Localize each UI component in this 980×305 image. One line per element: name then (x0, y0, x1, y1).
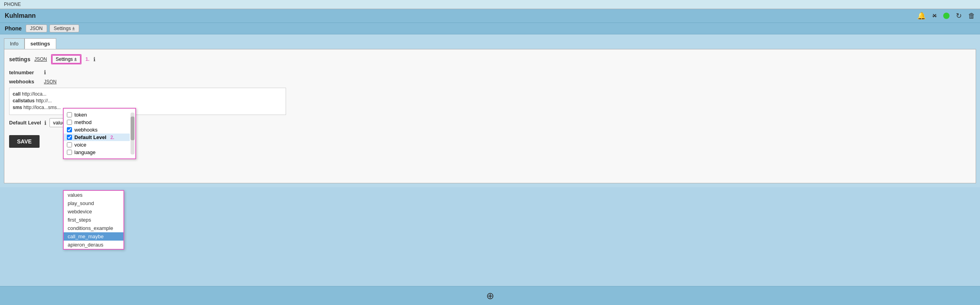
header-icons: 🔔 ✕ ↻ 🗑 (917, 11, 975, 20)
checkbox-dropdown: token method webhooks Default Level 2. (63, 108, 136, 159)
webhook-row-sms: sms http://loca...sms... (13, 105, 282, 110)
default-level-info-icon[interactable]: ℹ (44, 120, 46, 126)
checkbox-webhooks-input[interactable] (67, 127, 72, 132)
status-dot (943, 13, 950, 19)
refresh-icon[interactable]: ↻ (956, 11, 962, 20)
telnumber-row: telnumber ℹ (9, 69, 971, 75)
x-icon[interactable]: ✕ (932, 13, 937, 19)
main-content: Info settings settings JSON Settings ± 1… (0, 34, 980, 187)
callout-1: 1. (85, 56, 89, 62)
add-button[interactable]: ⊕ (486, 290, 494, 301)
dropdown-first-steps[interactable]: first_steps (64, 216, 123, 224)
header-title: Kuhlmann (5, 12, 36, 19)
telnumber-label: telnumber (9, 70, 41, 75)
checkbox-webhooks[interactable]: webhooks (64, 126, 130, 134)
dropdown-apieron-deraus[interactable]: apieron_deraus (64, 241, 123, 249)
checkbox-token-label: token (74, 112, 87, 118)
dropdown-call-me-maybe[interactable]: call_me_maybe (64, 232, 123, 241)
tab-settings-inner[interactable]: settings (25, 38, 56, 49)
checkbox-method-label: method (74, 119, 91, 125)
telnumber-info-icon[interactable]: ℹ (44, 69, 46, 75)
checkbox-language[interactable]: language (64, 149, 130, 156)
values-dropdown: values play_sound webdevice first_steps … (63, 190, 124, 250)
header-bar: Kuhlmann 🔔 ✕ ↻ 🗑 (0, 9, 980, 23)
title-bar: PHONE (0, 0, 980, 9)
save-button[interactable]: SAVE (9, 135, 40, 148)
tab-json[interactable]: JSON (26, 24, 47, 32)
checkbox-webhooks-label: webhooks (74, 127, 98, 133)
settings-info-icon[interactable]: ℹ (93, 56, 95, 62)
settings-dropdown-button[interactable]: Settings ± (52, 55, 81, 64)
tab-bar: Phone JSON Settings ± (0, 23, 980, 34)
bell-icon[interactable]: 🔔 (917, 11, 926, 20)
default-level-row: Default Level ℹ values 3. (9, 118, 971, 127)
webhooks-json-link[interactable]: JSON (44, 79, 57, 85)
settings-header-row: settings JSON Settings ± 1. ℹ (9, 54, 971, 64)
tab-bar-label: Phone (5, 25, 22, 32)
checkbox-default-level[interactable]: Default Level 2. (64, 134, 130, 141)
webhooks-row: webhooks JSON (9, 79, 971, 85)
webhooks-label: webhooks (9, 79, 41, 85)
scrollbar-track[interactable] (131, 113, 135, 154)
checkbox-token-input[interactable] (67, 112, 72, 117)
bottom-bar: ⊕ (0, 286, 980, 305)
settings-panel: settings JSON Settings ± 1. ℹ telnumber … (4, 49, 976, 183)
checkbox-language-input[interactable] (67, 150, 72, 155)
tab-settings[interactable]: Settings ± (49, 24, 79, 32)
tab-info[interactable]: Info (4, 38, 25, 49)
dropdown-webdevice[interactable]: webdevice (64, 207, 123, 216)
json-link-button[interactable]: JSON (34, 56, 47, 62)
checkbox-language-label: language (74, 149, 96, 155)
dropdown-conditions-example[interactable]: conditions_example (64, 224, 123, 232)
checkbox-method[interactable]: method (64, 119, 130, 126)
checkbox-token[interactable]: token (64, 111, 130, 119)
checkbox-default-level-input[interactable] (67, 135, 72, 140)
settings-panel-title: settings (9, 56, 30, 62)
dropdown-values[interactable]: values (64, 191, 123, 199)
webhooks-container: call http://loca... callstatus http://..… (9, 88, 286, 115)
trash-icon[interactable]: 🗑 (968, 12, 975, 20)
webhook-row-call: call http://loca... (13, 91, 282, 97)
webhook-row-callstatus: callstatus http://... (13, 98, 282, 104)
checkbox-voice[interactable]: voice (64, 141, 130, 149)
callout-2: 2. (110, 135, 114, 140)
checkbox-method-input[interactable] (67, 120, 72, 125)
title-bar-label: PHONE (4, 2, 21, 7)
checkbox-voice-label: voice (74, 142, 86, 148)
default-level-label: Default Level (9, 120, 41, 126)
scrollbar-thumb[interactable] (131, 117, 135, 140)
checkbox-voice-input[interactable] (67, 142, 72, 147)
inner-tabs: Info settings (4, 38, 976, 49)
checkbox-default-level-label: Default Level (74, 134, 106, 140)
dropdown-play-sound[interactable]: play_sound (64, 199, 123, 207)
